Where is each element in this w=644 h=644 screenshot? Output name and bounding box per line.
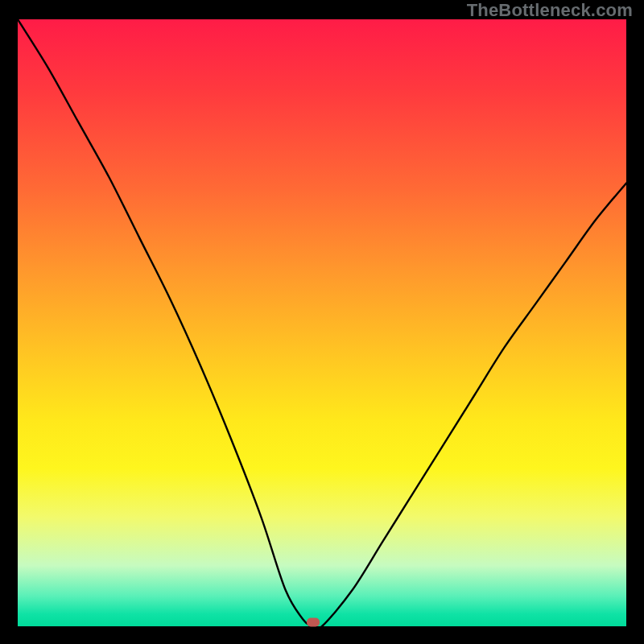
chart-frame: TheBottleneck.com — [0, 0, 644, 644]
curve-path — [18, 19, 626, 626]
bottleneck-curve — [18, 19, 626, 626]
watermark-text: TheBottleneck.com — [467, 0, 633, 21]
plot-area — [18, 19, 626, 626]
result-marker — [307, 618, 320, 627]
